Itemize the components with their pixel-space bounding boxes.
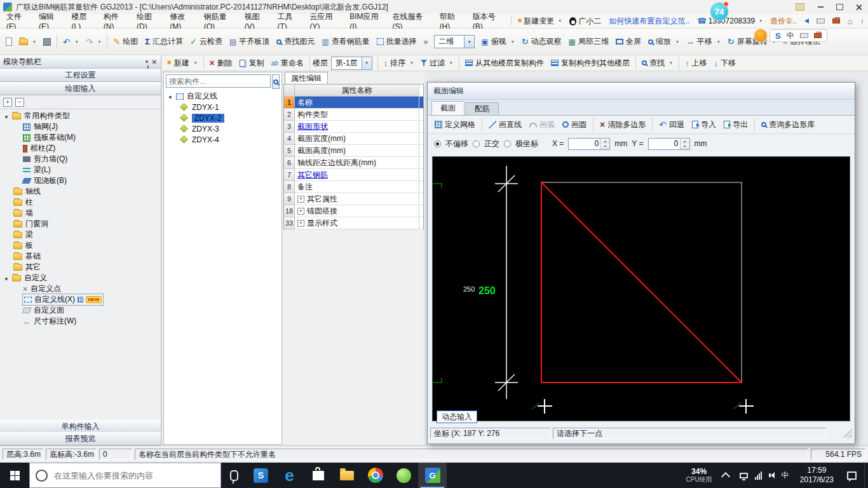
project-settings-button[interactable]: 工程设置: [0, 69, 161, 82]
menu-rebar[interactable]: 钢筋量(Q): [200, 14, 240, 28]
tree-item-cast-slab[interactable]: 现浇板(B): [0, 175, 161, 186]
view-mode-combo[interactable]: 二维: [434, 35, 475, 48]
tab-property-edit[interactable]: 属性编辑: [285, 72, 328, 84]
table-row-axis-distance[interactable]: 6 轴线距左边线距离(mm): [284, 157, 423, 169]
local-3d-button[interactable]: 局部三维: [566, 34, 612, 50]
batch-select-button[interactable]: 批量选择: [374, 34, 420, 50]
toolbar-overflow-button[interactable]: [421, 36, 431, 48]
floating-assistant-ball[interactable]: 74: [710, 2, 729, 21]
table-row-section-width[interactable]: 4 截面宽度(mm): [284, 133, 423, 145]
taskbar-app-ggj[interactable]: [418, 463, 447, 488]
toolbox-icon[interactable]: [814, 33, 822, 38]
top-view-button[interactable]: 俯视: [478, 34, 517, 50]
menu-draw[interactable]: 绘图(D): [132, 14, 165, 28]
table-row-anchor-lap[interactable]: 18 锚固搭接: [284, 205, 423, 217]
mic-button[interactable]: [221, 463, 247, 488]
component-item-zdyx3[interactable]: ZDYX-3: [164, 123, 281, 134]
single-component-input-button[interactable]: 单构件输入: [0, 420, 161, 433]
table-row-other-rebar[interactable]: 7 其它钢筋: [284, 169, 423, 181]
menu-file[interactable]: 文件(F): [2, 14, 34, 28]
draw-arc-button[interactable]: 画弧: [526, 117, 558, 133]
service-phone[interactable]: 13907208339: [693, 17, 766, 25]
export-button[interactable]: 导出: [721, 117, 751, 133]
taskbar-app-sogou[interactable]: [247, 463, 275, 488]
define-grid-button[interactable]: 定义网格: [431, 117, 478, 133]
network-icon[interactable]: [755, 471, 762, 480]
draw-line-button[interactable]: 画直线: [485, 117, 525, 133]
spin-up-icon[interactable]: ▲: [600, 139, 609, 144]
search-component-input[interactable]: [166, 74, 271, 88]
collapse-icon[interactable]: [857, 17, 868, 25]
tree-item-shear-wall[interactable]: 剪力墙(Q): [0, 154, 161, 165]
expander-icon[interactable]: [168, 93, 173, 100]
component-item-zdyx2[interactable]: ZDYX-2: [164, 112, 281, 123]
tree-folder-beam[interactable]: 梁: [0, 229, 161, 240]
taskbar-app-edge[interactable]: [275, 463, 304, 488]
copy-to-floor-button[interactable]: 复制构件到其他楼层: [548, 55, 633, 71]
floor-combo[interactable]: 第-1层: [331, 57, 372, 70]
x-coordinate-input[interactable]: [569, 139, 600, 149]
maximize-button[interactable]: [830, 1, 849, 14]
draw-button[interactable]: 绘图: [110, 34, 141, 50]
table-row-display-style[interactable]: 33 显示样式: [284, 217, 423, 229]
taskbar-app-explorer[interactable]: [332, 463, 361, 488]
sogou-flame-icon[interactable]: [754, 29, 768, 43]
search-component-button[interactable]: [272, 74, 280, 89]
combo-arrow-icon[interactable]: [464, 36, 474, 48]
pan-button[interactable]: 平移: [683, 34, 724, 50]
delete-component-button[interactable]: 删除: [207, 55, 236, 71]
tree-item-custom-face[interactable]: 自定义面: [0, 305, 161, 316]
undo-button[interactable]: [60, 35, 82, 49]
taskbar-clock[interactable]: 17:59 2017/6/23: [795, 463, 839, 488]
action-center-button[interactable]: [839, 463, 864, 488]
expand-icon[interactable]: [297, 208, 304, 215]
menu-online-service[interactable]: 在线服务(S): [388, 14, 435, 28]
section-drawing-canvas[interactable]: 250 250: [432, 156, 850, 421]
menu-bim[interactable]: BIM应用(I): [345, 14, 388, 28]
clear-polygon-button[interactable]: 清除多边形: [597, 117, 649, 133]
menu-tools[interactable]: 工具(T): [273, 14, 305, 28]
tab-section[interactable]: 截面: [431, 101, 465, 115]
component-item-zdyx1[interactable]: ZDYX-1: [164, 102, 281, 112]
pc-status-icon[interactable]: [740, 473, 748, 478]
component-item-zdyx4[interactable]: ZDYX-4: [164, 134, 281, 145]
tree-folder-axis[interactable]: 轴线: [0, 186, 161, 197]
find-element-button[interactable]: 查找图元: [273, 34, 318, 50]
menu-view[interactable]: 视图(V): [240, 14, 273, 28]
open-file-button[interactable]: [16, 36, 39, 48]
menu-help[interactable]: 帮助(H): [435, 14, 468, 28]
taskbar-app-store[interactable]: [304, 463, 332, 488]
titlebar-extra-icon[interactable]: [796, 3, 804, 11]
start-button[interactable]: [0, 463, 29, 488]
draw-circle-button[interactable]: 画圆: [559, 117, 590, 133]
home-icon[interactable]: [844, 17, 857, 25]
expander-icon[interactable]: [4, 112, 9, 120]
spin-down-icon[interactable]: ▼: [681, 144, 689, 149]
tree-item-beam[interactable]: 梁(L): [0, 165, 161, 175]
menu-version[interactable]: 版本号(B): [468, 14, 508, 28]
taskbar-search[interactable]: [29, 463, 221, 488]
draw-input-button[interactable]: 绘图输入: [0, 82, 161, 95]
move-down-button[interactable]: 下移: [710, 55, 739, 71]
summary-calc-button[interactable]: 汇总计算: [142, 34, 186, 50]
assistant-button[interactable]: 广小二: [566, 16, 605, 27]
sort-button[interactable]: 排序: [381, 55, 417, 71]
orbit-button[interactable]: 动态观察: [519, 34, 565, 50]
table-row-section-height[interactable]: 5 截面高度(mm): [284, 145, 423, 157]
expander-icon[interactable]: [4, 274, 9, 282]
menu-cloud[interactable]: 云应用(Y): [305, 14, 345, 28]
expand-icon[interactable]: [297, 220, 304, 227]
new-change-button[interactable]: 新建变更: [514, 16, 566, 27]
table-row-remark[interactable]: 8 备注: [284, 181, 423, 193]
zoom-button[interactable]: 缩放: [645, 34, 682, 50]
tree-item-raft-foundation[interactable]: 筏板基础(M): [0, 132, 161, 143]
table-row-component-type[interactable]: 2 构件类型: [284, 109, 423, 121]
taskbar-app-chrome[interactable]: [361, 463, 390, 488]
resize-grip[interactable]: [844, 430, 852, 438]
ime-mode-indicator[interactable]: 中: [782, 470, 789, 481]
taskbar-search-input[interactable]: [53, 470, 215, 481]
dialog-title-bar[interactable]: 截面编辑: [428, 83, 855, 100]
tree-folder-other[interactable]: 其它: [0, 262, 161, 273]
tree-item-frame-column[interactable]: 框柱(Z): [0, 143, 161, 154]
find-button[interactable]: 查找: [639, 55, 676, 71]
